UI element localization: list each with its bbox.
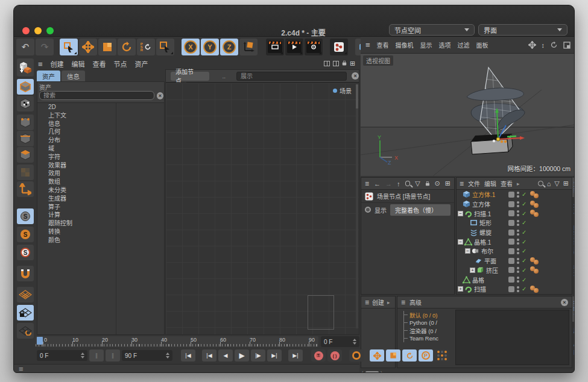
viewport-menu-filter[interactable]: 过滤 — [458, 40, 470, 49]
visibility-dots[interactable] — [517, 210, 519, 216]
object-row[interactable]: 立方体.1 ✓ — [457, 190, 572, 199]
expand-toggle[interactable]: + — [470, 268, 475, 273]
render-view-button[interactable] — [266, 39, 284, 55]
edge-mode-button[interactable] — [17, 131, 34, 146]
dolly-view-icon[interactable]: ↕ — [542, 42, 545, 49]
object-row[interactable]: − 扫描.1 ✓ — [457, 208, 572, 218]
close-window-button[interactable] — [22, 27, 30, 34]
add-panel-icon[interactable]: ⊞ — [350, 60, 355, 67]
goto-end-button[interactable]: ▶| — [288, 349, 303, 362]
enabled-check[interactable]: ✓ — [522, 267, 526, 274]
lock-y-axis-button[interactable]: Y — [201, 39, 219, 55]
edit-toggle[interactable] — [508, 220, 514, 226]
viewport-menu-camera[interactable]: 摄像机 — [396, 40, 414, 49]
filter-icon[interactable]: ▽ — [415, 180, 420, 187]
key-position-toggle[interactable] — [370, 349, 384, 362]
material-tags[interactable] — [530, 191, 539, 198]
category-item[interactable]: 未分类 — [37, 186, 164, 195]
workplane-button[interactable] — [17, 287, 34, 302]
prev-frame-button[interactable]: ◀ — [218, 349, 233, 362]
hamburger-menu-icon[interactable]: ≡ — [460, 180, 464, 188]
console-source-teamrender[interactable]: Team Renc — [404, 334, 454, 342]
node-editor-scrollbar[interactable] — [356, 84, 358, 328]
enabled-check[interactable]: ✓ — [522, 210, 526, 217]
node-editor-minimap[interactable] — [308, 295, 334, 330]
edit-toggle[interactable] — [508, 201, 514, 207]
visibility-dots[interactable] — [517, 248, 519, 254]
object-row[interactable]: 矩形 ✓ — [457, 218, 572, 228]
visibility-dots[interactable] — [517, 201, 519, 207]
material-tags[interactable] — [530, 266, 539, 274]
radio-icon[interactable] — [365, 207, 371, 213]
om-menu-file[interactable]: 文件 — [468, 179, 480, 188]
perspective-viewport[interactable]: 透视视图 网格间距：100000 cm Y X Z — [361, 54, 575, 176]
visibility-dots[interactable] — [517, 258, 519, 264]
expand-toggle[interactable]: − — [458, 211, 463, 216]
lock-x-axis-button[interactable]: X — [182, 39, 200, 55]
edit-toggle[interactable] — [508, 286, 514, 292]
category-item[interactable]: 转换 — [37, 228, 164, 236]
lock-workplane-button[interactable] — [17, 305, 34, 321]
filter-icon[interactable]: ▽ — [554, 180, 559, 187]
lock-icon[interactable] — [343, 62, 346, 65]
clear-search-icon[interactable]: × — [157, 92, 163, 99]
menu-edit[interactable]: 编辑 — [72, 59, 85, 69]
tab-takes[interactable]: 场次 — [572, 199, 575, 219]
hamburger-menu-icon[interactable]: ≡ — [365, 180, 369, 188]
object-row[interactable]: 螺旋 ✓ — [457, 228, 572, 237]
visibility-dots[interactable] — [517, 230, 519, 236]
undo-button[interactable]: ↶ — [16, 39, 34, 55]
viewport-menu-display[interactable]: 显示 — [420, 40, 432, 49]
double-column-icon[interactable] — [333, 61, 339, 66]
hamburger-menu-icon[interactable]: ≡ — [365, 298, 369, 307]
expand-toggle[interactable]: − — [458, 239, 463, 245]
up-icon[interactable]: ↑ — [397, 180, 400, 187]
rotate-tool[interactable] — [118, 39, 136, 55]
viewport-hamburger-icon[interactable]: ≡ — [365, 40, 370, 49]
goto-start-button[interactable]: |◀ — [181, 349, 195, 362]
single-column-icon[interactable] — [324, 61, 330, 66]
object-row[interactable]: − 布尔 ✓ — [457, 246, 572, 256]
tab-performance[interactable]: 性能 — [572, 340, 575, 359]
category-item[interactable]: 几何 — [37, 128, 164, 136]
forward-icon[interactable]: → — [385, 180, 392, 187]
back-icon[interactable]: ← — [374, 180, 381, 187]
enabled-check[interactable]: ✓ — [522, 277, 526, 283]
planar-workplane-button[interactable] — [17, 323, 34, 339]
pan-view-icon[interactable] — [528, 41, 536, 49]
prev-key-button[interactable]: |◀ — [202, 349, 217, 362]
visibility-dots[interactable] — [517, 277, 519, 283]
enabled-check[interactable]: ✓ — [522, 201, 526, 207]
tab-objects[interactable]: 对象 — [572, 178, 575, 197]
edit-toggle[interactable] — [508, 277, 514, 283]
maximize-window-button[interactable] — [46, 27, 54, 34]
snap-3d-button[interactable]: S — [17, 245, 34, 260]
menu-view[interactable]: 查看 — [93, 59, 106, 69]
node-filter-input[interactable] — [236, 72, 347, 81]
enabled-check[interactable]: ✓ — [522, 219, 526, 226]
target-icon[interactable]: ⊙ — [435, 180, 440, 187]
key-parameter-toggle[interactable]: P — [419, 349, 433, 362]
object-row[interactable]: 立方体 ✓ — [457, 199, 572, 209]
scroll-thumb[interactable] — [365, 371, 379, 374]
key-rotation-toggle[interactable] — [402, 349, 417, 362]
tab-layers[interactable]: 层 — [572, 324, 575, 337]
current-frame-spinner[interactable]: 0 F — [321, 336, 359, 347]
render-settings-button[interactable] — [305, 39, 323, 55]
lock-z-axis-button[interactable]: Z — [220, 39, 238, 55]
autokey-button[interactable]: ( ) — [327, 349, 342, 362]
play-button[interactable]: ▶ — [235, 349, 249, 362]
menu-create[interactable]: 创建 — [51, 59, 64, 69]
visibility-dots[interactable] — [517, 286, 519, 292]
menu-flyout-icon[interactable]: ▸ — [517, 181, 520, 187]
console-source-renderer[interactable]: 渲染器 (0 / — [404, 327, 454, 334]
material-tags[interactable] — [530, 201, 539, 208]
object-row[interactable]: 平面 ✓ — [457, 256, 572, 266]
edit-toggle[interactable] — [508, 192, 514, 198]
visibility-dots[interactable] — [517, 239, 519, 245]
enabled-check[interactable]: ✓ — [522, 191, 526, 198]
material-tags[interactable] — [530, 257, 539, 265]
display-mode-dropdown[interactable]: 完整着色（慢） — [390, 204, 450, 216]
scene-node-row[interactable]: 场景节点 [场景节点] — [361, 190, 454, 203]
category-item[interactable]: 字符 — [37, 153, 164, 161]
